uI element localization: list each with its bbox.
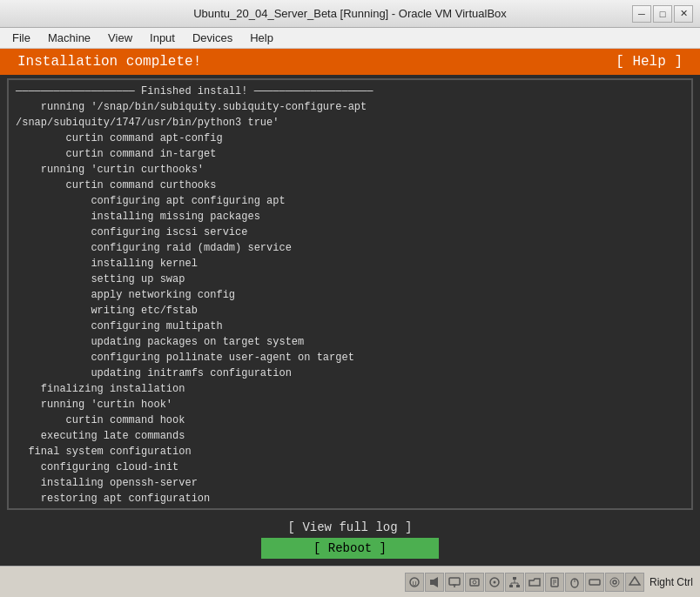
status-icon-6[interactable] (505, 573, 524, 592)
status-icon-9[interactable] (565, 573, 584, 592)
title-bar: Ubuntu_20_04_Server_Beta [Running] - Ora… (0, 0, 700, 28)
svg-rect-7 (470, 579, 479, 586)
terminal-area: ─────────────────── Finished install! ──… (7, 78, 693, 510)
status-icon-4[interactable] (465, 573, 484, 592)
menu-file[interactable]: File (3, 30, 39, 46)
svg-point-29 (610, 578, 619, 587)
menu-view[interactable]: View (99, 30, 141, 46)
maximize-button[interactable]: □ (653, 5, 672, 23)
close-button[interactable]: ✕ (674, 5, 693, 23)
status-icon-11[interactable] (605, 573, 624, 592)
install-complete-text: Installation complete! (17, 54, 201, 70)
svg-marker-30 (629, 577, 640, 585)
minimize-button[interactable]: ─ (632, 5, 651, 23)
view-log-button[interactable]: [ View full log ] (283, 519, 418, 536)
status-icon-12[interactable] (625, 573, 644, 592)
svg-rect-4 (449, 578, 460, 585)
svg-rect-2 (430, 580, 434, 585)
status-icon-7[interactable] (525, 573, 544, 592)
status-icon-2[interactable] (425, 573, 444, 592)
svg-rect-12 (509, 585, 513, 587)
menu-devices[interactable]: Devices (184, 30, 241, 46)
window-title: Ubuntu_20_04_Server_Beta [Running] - Ora… (68, 7, 632, 20)
menu-help[interactable]: Help (241, 30, 282, 46)
status-icon-3[interactable] (445, 573, 464, 592)
svg-point-28 (613, 580, 616, 584)
svg-marker-3 (434, 577, 438, 587)
reboot-button[interactable]: [ Reboot ] (261, 538, 439, 559)
menu-machine[interactable]: Machine (39, 30, 99, 46)
vm-content: Installation complete! [ Help ] ────────… (0, 49, 700, 566)
svg-rect-24 (589, 580, 600, 585)
right-ctrl-label: Right Ctrl (650, 576, 693, 588)
status-bar: U R (0, 566, 700, 597)
status-icon-8[interactable] (545, 573, 564, 592)
status-icon-1[interactable]: U (405, 573, 424, 592)
window-controls[interactable]: ─ □ ✕ (632, 5, 693, 23)
svg-text:U: U (412, 580, 416, 587)
menu-input[interactable]: Input (141, 30, 184, 46)
install-banner: Installation complete! [ Help ] (0, 49, 700, 75)
status-icon-10[interactable] (585, 573, 604, 592)
svg-point-10 (493, 580, 495, 583)
svg-rect-13 (516, 585, 520, 587)
help-button[interactable]: [ Help ] (616, 54, 683, 70)
bottom-buttons: [ View full log ] [ Reboot ] (0, 513, 700, 566)
status-icon-5[interactable] (485, 573, 504, 592)
terminal-output: ─────────────────── Finished install! ──… (16, 84, 684, 510)
svg-point-8 (473, 580, 476, 584)
svg-rect-11 (513, 577, 516, 580)
menu-bar: File Machine View Input Devices Help (0, 28, 700, 49)
